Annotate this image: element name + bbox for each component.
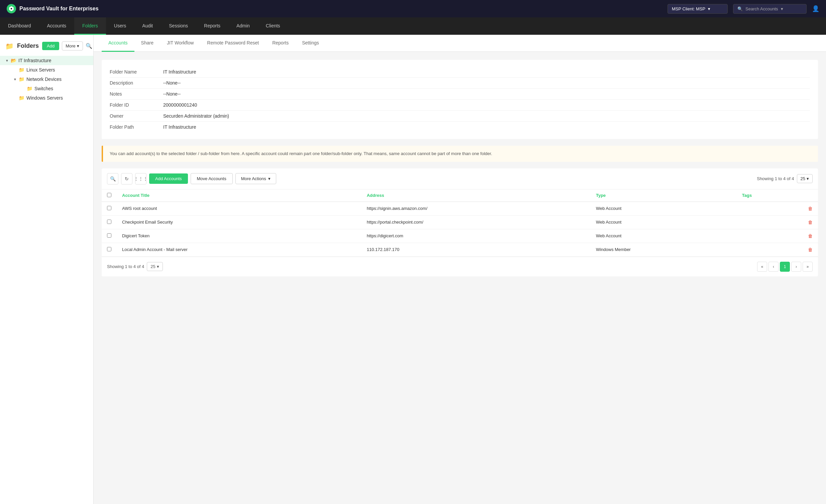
row-account-title: AWS root account: [117, 201, 361, 215]
folder-tree: ▼ 📂 IT Infrastructure 📁 Linux Servers ▼ …: [0, 56, 93, 103]
folder-icon-windows-servers: 📁: [19, 95, 24, 101]
nav-accounts[interactable]: Accounts: [39, 17, 74, 35]
nav-clients[interactable]: Clients: [258, 17, 288, 35]
row-checkbox-0[interactable]: [107, 206, 111, 210]
row-address: 110.172.187.170: [361, 243, 591, 256]
tree-children-it-infrastructure: 📁 Linux Servers ▼ 📁 Network Devices 📁 Sw…: [0, 65, 93, 103]
table-header-row: Account Title Address Type Tags: [102, 189, 818, 202]
tab-jit-workflow[interactable]: JIT Workflow: [160, 35, 200, 52]
nav-reports[interactable]: Reports: [196, 17, 228, 35]
navbar: Dashboard Accounts Folders Users Audit S…: [0, 17, 826, 35]
tabs-bar: Accounts Share JIT Workflow Remote Passw…: [94, 35, 826, 52]
tab-settings[interactable]: Settings: [295, 35, 326, 52]
row-tags: [737, 229, 803, 243]
search-accounts-button[interactable]: 🔍: [107, 173, 118, 185]
showing-bottom: Showing 1 to 4 of 4 25 ▾: [107, 262, 163, 271]
tree-item-network-devices[interactable]: ▼ 📁 Network Devices: [8, 74, 93, 84]
row-tags: [737, 201, 803, 215]
tree-item-switches[interactable]: 📁 Switches: [16, 84, 93, 93]
tab-reports[interactable]: Reports: [266, 35, 295, 52]
row-delete-col: 🗑: [803, 229, 818, 243]
sidebar-search-button[interactable]: 🔍: [85, 43, 92, 49]
header-checkbox-col: [102, 189, 117, 202]
row-type: Web Account: [591, 229, 737, 243]
brand-name: Password Vault for Enterprises: [19, 6, 99, 12]
main-content: Accounts Share JIT Workflow Remote Passw…: [94, 35, 826, 504]
topbar: Password Vault for Enterprises MSP Clien…: [0, 0, 826, 17]
add-folder-button[interactable]: Add: [42, 42, 59, 50]
refresh-button[interactable]: ↻: [121, 173, 132, 185]
notice-box: You can add account(s) to the selected f…: [102, 146, 818, 162]
tree-label-network-devices: Network Devices: [26, 76, 62, 82]
tree-item-linux-servers[interactable]: 📁 Linux Servers: [8, 65, 93, 74]
row-tags: [737, 243, 803, 256]
layout: 📁 Folders Add More ▾ 🔍 ▼ 📂 IT Infrastruc…: [0, 35, 826, 504]
brand: Password Vault for Enterprises: [7, 4, 99, 13]
tab-share[interactable]: Share: [134, 35, 160, 52]
more-label: More: [66, 44, 75, 49]
nav-folders[interactable]: Folders: [74, 17, 106, 35]
notes-value: --None--: [163, 91, 181, 97]
msp-chevron-icon: ▾: [708, 6, 710, 11]
showing-bottom-label: Showing 1 to 4 of 4: [107, 264, 144, 269]
prev-page-button[interactable]: ‹: [768, 262, 778, 272]
folder-path-value: IT Infrastructure: [163, 124, 196, 130]
nav-dashboard[interactable]: Dashboard: [0, 17, 39, 35]
folder-icon-network-devices: 📁: [19, 76, 24, 82]
nav-users[interactable]: Users: [106, 17, 134, 35]
sidebar-actions: Add More ▾ 🔍: [42, 42, 92, 51]
delete-row-1-button[interactable]: 🗑: [808, 219, 813, 225]
notice-text: You can add account(s) to the selected f…: [110, 151, 492, 156]
header-account-title: Account Title: [117, 189, 361, 202]
row-type: Web Account: [591, 201, 737, 215]
brand-logo: [7, 4, 16, 13]
per-page-selector[interactable]: 25 ▾: [797, 174, 813, 183]
tree-label-linux-servers: Linux Servers: [26, 67, 55, 72]
folder-info-table: Folder Name IT Infrastructure Descriptio…: [102, 60, 818, 139]
row-address: https://signin.aws.amazon.com/: [361, 201, 591, 215]
header-address: Address: [361, 189, 591, 202]
per-page-value: 25: [801, 176, 805, 181]
columns-button[interactable]: ⋮⋮⋮: [135, 173, 146, 185]
first-page-button[interactable]: «: [757, 262, 767, 272]
tree-item-it-infrastructure[interactable]: ▼ 📂 IT Infrastructure: [0, 56, 93, 65]
row-delete-col: 🗑: [803, 243, 818, 256]
folder-id-label: Folder ID: [110, 102, 163, 108]
tab-accounts[interactable]: Accounts: [102, 35, 134, 52]
topbar-right: MSP Client: MSP ▾ 🔍 Search Accounts ▾ 👤: [667, 4, 819, 14]
info-row-notes: Notes --None--: [110, 88, 810, 100]
tree-item-windows-servers[interactable]: 📁 Windows Servers: [8, 93, 93, 103]
search-placeholder: Search Accounts: [746, 6, 778, 11]
row-checkbox-1[interactable]: [107, 219, 111, 224]
row-type: Web Account: [591, 215, 737, 229]
nav-audit[interactable]: Audit: [134, 17, 161, 35]
per-page-selector-bottom[interactable]: 25 ▾: [147, 262, 163, 271]
row-delete-col: 🗑: [803, 201, 818, 215]
user-icon[interactable]: 👤: [812, 5, 819, 12]
row-checkbox-2[interactable]: [107, 233, 111, 238]
per-page-chevron-icon-bottom: ▾: [157, 264, 159, 269]
last-page-button[interactable]: »: [803, 262, 813, 272]
nav-admin[interactable]: Admin: [228, 17, 258, 35]
tab-remote-password-reset[interactable]: Remote Password Reset: [200, 35, 266, 52]
delete-row-0-button[interactable]: 🗑: [808, 206, 813, 211]
next-page-button[interactable]: ›: [791, 262, 801, 272]
delete-row-3-button[interactable]: 🗑: [808, 247, 813, 252]
nav-sessions[interactable]: Sessions: [161, 17, 196, 35]
row-checkbox-3[interactable]: [107, 247, 111, 251]
page-1-button[interactable]: 1: [780, 262, 790, 272]
info-row-folder-id: Folder ID 2000000001240: [110, 100, 810, 111]
delete-row-2-button[interactable]: 🗑: [808, 233, 813, 239]
more-folder-button[interactable]: More ▾: [62, 42, 83, 51]
more-actions-button[interactable]: More Actions ▾: [235, 173, 276, 184]
sidebar-header: 📁 Folders Add More ▾ 🔍: [0, 39, 93, 56]
select-all-checkbox[interactable]: [107, 193, 111, 197]
search-bar[interactable]: 🔍 Search Accounts ▾: [733, 4, 807, 14]
table-header: Account Title Address Type Tags: [102, 189, 818, 202]
folder-icon-it-infrastructure: 📂: [11, 58, 16, 63]
msp-selector[interactable]: MSP Client: MSP ▾: [667, 4, 728, 14]
move-accounts-button[interactable]: Move Accounts: [191, 173, 233, 184]
add-accounts-button[interactable]: Add Accounts: [149, 174, 188, 184]
row-account-title: Checkpoint Email Security: [117, 215, 361, 229]
pagination-controls: « ‹ 1 › »: [757, 262, 813, 272]
